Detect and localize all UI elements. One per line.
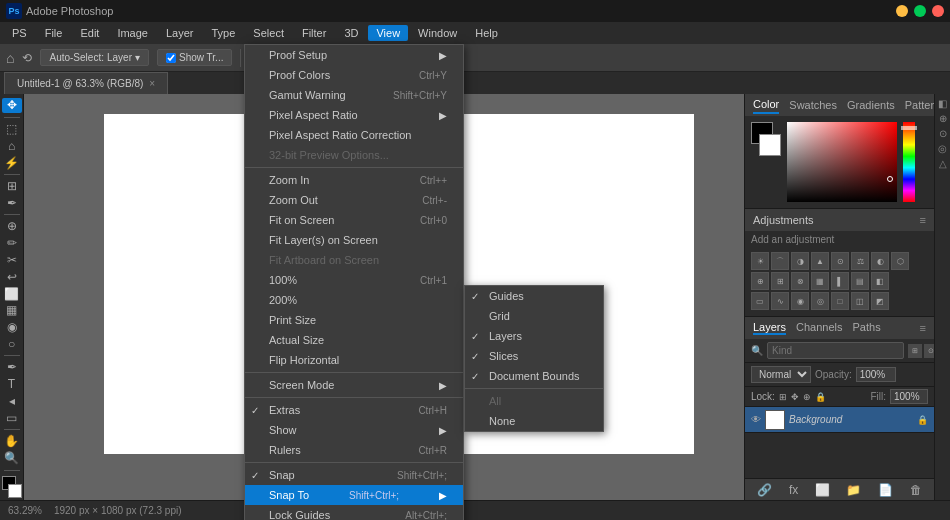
- collapsed-icon-5[interactable]: △: [939, 158, 947, 169]
- adj-hue-icon[interactable]: ◎: [811, 292, 829, 310]
- adj-extra3-icon[interactable]: ◩: [871, 292, 889, 310]
- close-button[interactable]: [932, 5, 944, 17]
- fill-input[interactable]: [890, 389, 928, 404]
- new-layer-icon[interactable]: 📄: [878, 483, 893, 497]
- blend-mode-select[interactable]: Normal: [751, 366, 811, 383]
- menu-zoom-out[interactable]: Zoom Out Ctrl+-: [245, 190, 463, 210]
- home-icon[interactable]: ⌂: [6, 50, 14, 66]
- background-color-swatch[interactable]: [759, 134, 781, 156]
- submenu-document-bounds[interactable]: ✓ Document Bounds: [465, 366, 603, 386]
- new-group-icon[interactable]: 📁: [846, 483, 861, 497]
- lock-position-icon[interactable]: ✥: [791, 392, 799, 402]
- menu-type[interactable]: Type: [204, 25, 244, 41]
- adj-invert-icon[interactable]: ⊗: [791, 272, 809, 290]
- move-options[interactable]: ⟲: [22, 51, 32, 65]
- submenu-grid[interactable]: Grid: [465, 306, 603, 326]
- maximize-button[interactable]: [914, 5, 926, 17]
- menu-pixel-aspect-correction[interactable]: Pixel Aspect Ratio Correction: [245, 125, 463, 145]
- kind-pixel-icon[interactable]: ⊞: [908, 344, 922, 358]
- adj-photo-filter-icon[interactable]: ⬡: [891, 252, 909, 270]
- menu-ps[interactable]: PS: [4, 25, 35, 41]
- menu-fit-artboard[interactable]: Fit Artboard on Screen: [245, 250, 463, 270]
- adj-extra1-icon[interactable]: □: [831, 292, 849, 310]
- adj-exposure-icon[interactable]: ◑: [791, 252, 809, 270]
- color-spectrum-slider[interactable]: [903, 122, 915, 202]
- menu-filter[interactable]: Filter: [294, 25, 334, 41]
- menu-100pct[interactable]: 100% Ctrl+1: [245, 270, 463, 290]
- menu-image[interactable]: Image: [109, 25, 156, 41]
- menu-edit[interactable]: Edit: [72, 25, 107, 41]
- collapsed-icon-3[interactable]: ⊙: [939, 128, 947, 139]
- adj-curves2-icon[interactable]: ∿: [771, 292, 789, 310]
- menu-3d[interactable]: 3D: [336, 25, 366, 41]
- adj-shadows-icon[interactable]: ◉: [791, 292, 809, 310]
- clone-stamp-tool[interactable]: ✂: [2, 253, 22, 268]
- pen-tool[interactable]: ✒: [2, 360, 22, 375]
- adj-extra2-icon[interactable]: ◫: [851, 292, 869, 310]
- menu-snap-to[interactable]: Snap To Shift+Ctrl+;▶: [245, 485, 463, 505]
- doc-tab[interactable]: Untitled-1 @ 63.3% (RGB/8) ×: [4, 72, 168, 94]
- menu-print-size[interactable]: Print Size: [245, 310, 463, 330]
- blur-tool[interactable]: ◉: [2, 320, 22, 335]
- magic-wand-tool[interactable]: ⚡: [2, 155, 22, 170]
- lock-artboard-icon[interactable]: ⊕: [803, 392, 811, 402]
- menu-file[interactable]: File: [37, 25, 71, 41]
- menu-200pct[interactable]: 200%: [245, 290, 463, 310]
- submenu-layers[interactable]: ✓ Layers: [465, 326, 603, 346]
- layer-item-background[interactable]: 👁 Background 🔒: [745, 407, 934, 433]
- crop-tool[interactable]: ⊞: [2, 179, 22, 194]
- history-brush-tool[interactable]: ↩: [2, 269, 22, 284]
- delete-layer-icon[interactable]: 🗑: [910, 483, 922, 497]
- add-effect-icon[interactable]: fx: [789, 483, 798, 497]
- tab-paths[interactable]: Paths: [853, 321, 881, 335]
- menu-snap[interactable]: ✓ Snap Shift+Ctrl+;: [245, 465, 463, 485]
- marquee-tool[interactable]: ⬚: [2, 122, 22, 137]
- adj-panel-menu-icon[interactable]: ≡: [920, 214, 926, 226]
- tab-layers[interactable]: Layers: [753, 321, 786, 335]
- menu-help[interactable]: Help: [467, 25, 506, 41]
- adj-vibrance-icon[interactable]: ▲: [811, 252, 829, 270]
- adj-selective-color-icon[interactable]: ◧: [871, 272, 889, 290]
- collapsed-icon-1[interactable]: ◧: [938, 98, 947, 109]
- dodge-tool[interactable]: ○: [2, 337, 22, 352]
- move-tool[interactable]: ✥: [2, 98, 22, 113]
- brush-tool[interactable]: ✏: [2, 236, 22, 251]
- collapsed-icon-4[interactable]: ◎: [938, 143, 947, 154]
- menu-fit-on-screen[interactable]: Fit on Screen Ctrl+0: [245, 210, 463, 230]
- menu-show[interactable]: Show ▶: [245, 420, 463, 440]
- lock-pixels-icon[interactable]: ⊞: [779, 392, 787, 402]
- menu-proof-colors[interactable]: Proof Colors Ctrl+Y: [245, 65, 463, 85]
- adj-threshold-icon[interactable]: ▌: [831, 272, 849, 290]
- tab-color[interactable]: Color: [753, 96, 779, 114]
- eyedropper-tool[interactable]: ✒: [2, 195, 22, 210]
- adj-hsl-icon[interactable]: ⊙: [831, 252, 849, 270]
- eraser-tool[interactable]: ⬜: [2, 286, 22, 301]
- adj-gradient-map-icon[interactable]: ▤: [851, 272, 869, 290]
- adj-bw-icon[interactable]: ◐: [871, 252, 889, 270]
- submenu-none[interactable]: None: [465, 411, 603, 431]
- adj-brightness-icon[interactable]: ☀: [751, 252, 769, 270]
- adj-channel-mixer-icon[interactable]: ⊕: [751, 272, 769, 290]
- menu-gamut-warning[interactable]: Gamut Warning Shift+Ctrl+Y: [245, 85, 463, 105]
- menu-view[interactable]: View: [368, 25, 408, 41]
- link-layers-icon[interactable]: 🔗: [757, 483, 772, 497]
- menu-select[interactable]: Select: [245, 25, 292, 41]
- menu-lock-guides[interactable]: Lock Guides Alt+Ctrl+;: [245, 505, 463, 520]
- auto-select-btn[interactable]: Auto-Select: Layer ▾: [40, 49, 149, 66]
- close-tab-icon[interactable]: ×: [149, 78, 155, 89]
- submenu-slices[interactable]: ✓ Slices: [465, 346, 603, 366]
- menu-rulers[interactable]: Rulers Ctrl+R: [245, 440, 463, 460]
- show-transform-checkbox[interactable]: [166, 53, 176, 63]
- add-mask-icon[interactable]: ⬜: [815, 483, 830, 497]
- layers-search-input[interactable]: [767, 342, 904, 359]
- adj-curves-icon[interactable]: ⌒: [771, 252, 789, 270]
- hand-tool[interactable]: ✋: [2, 434, 22, 449]
- minimize-button[interactable]: [896, 5, 908, 17]
- shape-tool[interactable]: ▭: [2, 410, 22, 425]
- tab-swatches[interactable]: Swatches: [789, 97, 837, 113]
- menu-actual-size[interactable]: Actual Size: [245, 330, 463, 350]
- submenu-guides[interactable]: ✓ Guides: [465, 286, 603, 306]
- menu-zoom-in[interactable]: Zoom In Ctrl++: [245, 170, 463, 190]
- menu-screen-mode[interactable]: Screen Mode ▶: [245, 375, 463, 395]
- path-selection-tool[interactable]: ◂: [2, 394, 22, 409]
